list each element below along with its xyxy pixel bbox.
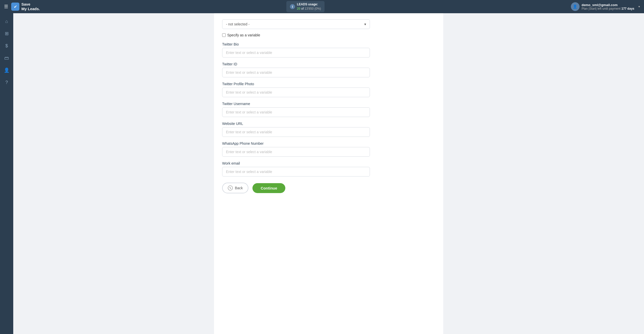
field-input-whatsapp-phone[interactable] xyxy=(222,147,370,157)
logo-icon: ✔ xyxy=(11,3,19,11)
dropdown-chevron-icon: ▾ xyxy=(364,22,366,26)
sidebar-item-home[interactable]: ⌂ xyxy=(2,16,12,26)
chevron-down-icon[interactable]: ▾ xyxy=(638,5,640,8)
sidebar: ⌂ ⊞ $ 🗃 👤 ? xyxy=(0,13,13,334)
sidebar-item-account[interactable]: 👤 xyxy=(2,65,12,75)
specify-variable-checkbox[interactable] xyxy=(222,33,226,37)
sidebar-item-help[interactable]: ? xyxy=(2,77,12,88)
field-group-whatsapp-phone: WhatsApp Phone Number xyxy=(222,141,435,157)
field-label-twitter-bio: Twitter Bio xyxy=(222,42,435,46)
specify-variable-row: Specify as a variable xyxy=(222,33,435,37)
field-input-twitter-username[interactable] xyxy=(222,107,370,117)
leads-usage-badge: ℹ LEADS usage: 20 of 13'850 (0%) xyxy=(286,1,325,12)
user-avatar: 👤 xyxy=(571,2,580,11)
logo-area: ✔ Save My Leads. xyxy=(11,2,40,11)
field-input-twitter-id[interactable] xyxy=(222,68,370,77)
specify-variable-label[interactable]: Specify as a variable xyxy=(227,33,260,37)
field-input-work-email[interactable] xyxy=(222,167,370,177)
continue-button[interactable]: Continue xyxy=(252,183,285,193)
pencil-icon: ✎ xyxy=(228,185,233,191)
user-info: demo_sml@gmail.com Plan |Start| left unt… xyxy=(582,3,634,10)
not-selected-dropdown[interactable]: - not selected - ▾ xyxy=(222,19,370,29)
dropdown-row: - not selected - ▾ xyxy=(222,19,435,29)
navbar-right: 👤 demo_sml@gmail.com Plan |Start| left u… xyxy=(571,2,640,11)
field-group-twitter-id: Twitter ID xyxy=(222,62,435,77)
back-button[interactable]: ✎ Back xyxy=(222,183,248,193)
field-group-work-email: Work email xyxy=(222,161,435,177)
form-container: - not selected - ▾ Specify as a variable… xyxy=(214,13,443,334)
info-icon: ℹ xyxy=(290,4,295,9)
app-body: ⌂ ⊞ $ 🗃 👤 ? - not selected - ▾ Specify a… xyxy=(0,13,644,334)
sidebar-item-integrations[interactable]: ⊞ xyxy=(2,28,12,39)
main-content: - not selected - ▾ Specify as a variable… xyxy=(13,13,644,334)
field-label-website-url: Website URL xyxy=(222,122,435,126)
field-group-twitter-bio: Twitter Bio xyxy=(222,42,435,57)
fields-container: Twitter BioTwitter IDTwitter Profile Pho… xyxy=(222,42,435,177)
field-label-whatsapp-phone: WhatsApp Phone Number xyxy=(222,141,435,146)
field-label-work-email: Work email xyxy=(222,161,435,165)
navbar-left: ☰ ✔ Save My Leads. xyxy=(4,2,40,11)
hamburger-icon[interactable]: ☰ xyxy=(4,4,8,9)
field-input-twitter-profile-photo[interactable] xyxy=(222,88,370,97)
field-input-twitter-bio[interactable] xyxy=(222,48,370,57)
field-group-twitter-profile-photo: Twitter Profile Photo xyxy=(222,82,435,97)
actions-row: ✎ Back Continue xyxy=(222,183,435,193)
field-label-twitter-username: Twitter Username xyxy=(222,102,435,106)
field-group-website-url: Website URL xyxy=(222,122,435,137)
sidebar-item-billing[interactable]: $ xyxy=(2,41,12,51)
sidebar-item-tools[interactable]: 🗃 xyxy=(2,53,12,63)
field-label-twitter-profile-photo: Twitter Profile Photo xyxy=(222,82,435,86)
field-label-twitter-id: Twitter ID xyxy=(222,62,435,66)
field-input-website-url[interactable] xyxy=(222,127,370,137)
field-group-twitter-username: Twitter Username xyxy=(222,102,435,117)
navbar-center: ℹ LEADS usage: 20 of 13'850 (0%) xyxy=(286,1,325,12)
leads-usage-info: LEADS usage: 20 of 13'850 (0%) xyxy=(297,3,321,11)
navbar: ☰ ✔ Save My Leads. ℹ LEADS usage: 20 of … xyxy=(0,0,644,13)
logo-text: Save My Leads. xyxy=(21,2,40,11)
